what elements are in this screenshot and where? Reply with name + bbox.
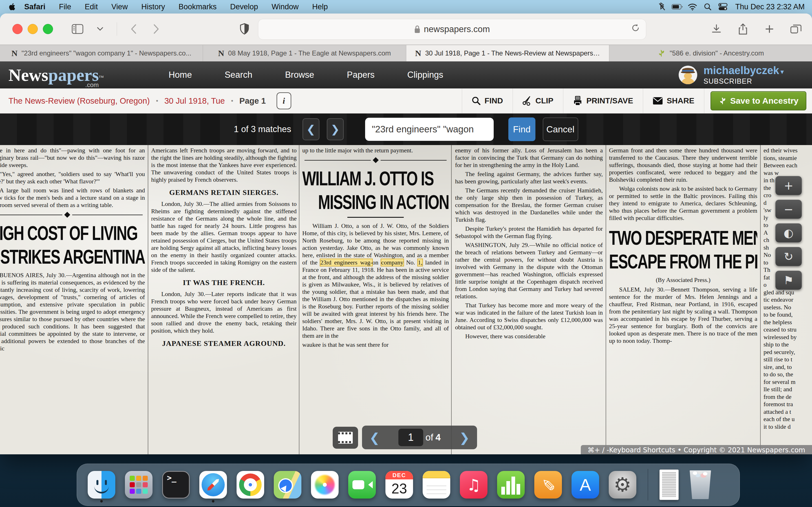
apple-menu-icon[interactable]: [8, 3, 16, 11]
newspaper-viewer[interactable]: come in here and do this"—pawing with on…: [0, 145, 812, 454]
spotlight-icon[interactable]: [702, 2, 713, 11]
dock-finder-icon[interactable]: [88, 471, 115, 499]
search-match-highlight[interactable]: company: [381, 259, 403, 266]
menu-file[interactable]: File: [52, 3, 78, 11]
menu-view[interactable]: View: [105, 3, 135, 11]
info-button[interactable]: i: [276, 93, 291, 109]
newspapers-logo[interactable]: Newspapers™ .com: [8, 66, 104, 83]
sidebar-toggle-icon[interactable]: [70, 21, 85, 37]
dock-item-finder[interactable]: [88, 471, 115, 499]
paper-date-link[interactable]: 30 Jul 1918, Tue: [164, 96, 225, 106]
next-match-button[interactable]: ❯: [327, 118, 344, 140]
find-input[interactable]: [365, 118, 494, 141]
dock-item-doc[interactable]: [659, 469, 679, 500]
menu-window[interactable]: Window: [265, 3, 305, 11]
menu-bookmarks[interactable]: Bookmarks: [172, 3, 223, 11]
previous-match-button[interactable]: ❮: [303, 118, 319, 140]
dock-item-launchpad[interactable]: [125, 471, 153, 499]
next-page-button[interactable]: ❯: [459, 431, 470, 445]
dock-item-appstore[interactable]: [571, 471, 599, 499]
dock-facetime-icon[interactable]: [348, 471, 376, 499]
dock-item-photos[interactable]: [311, 471, 339, 499]
nav-browse[interactable]: Browse: [285, 70, 314, 80]
menu-help[interactable]: Help: [305, 3, 335, 11]
tab-newspapers-search[interactable]: N "23rd engineers" "wagon company 1" - N…: [0, 45, 203, 61]
search-match-highlight[interactable]: 23rd engineers wag-: [320, 259, 372, 266]
dock-settings-icon[interactable]: [609, 471, 637, 499]
chevron-down-icon[interactable]: [93, 21, 108, 37]
menu-develop[interactable]: Develop: [223, 3, 265, 11]
forward-button[interactable]: [149, 21, 164, 37]
dock-trash-icon[interactable]: [688, 470, 712, 499]
dock-item-pages[interactable]: [534, 471, 562, 499]
dock-photos-icon[interactable]: [311, 471, 339, 499]
find-cancel-button[interactable]: Cancel: [543, 117, 578, 141]
page-number-input[interactable]: 1: [398, 429, 423, 446]
dock-item-maps[interactable]: [274, 471, 301, 499]
dock-item-music[interactable]: [460, 471, 488, 499]
zoom-out-button[interactable]: −: [775, 200, 802, 219]
dock-maps-icon[interactable]: [274, 471, 301, 499]
nav-papers[interactable]: Papers: [347, 70, 374, 80]
battery-icon[interactable]: [672, 2, 683, 11]
print-save-button[interactable]: PRINT/SAVE: [563, 89, 643, 113]
previous-page-button[interactable]: ❮: [369, 431, 380, 445]
dock-item-trash[interactable]: [688, 470, 712, 499]
save-to-ancestry-button[interactable]: Save to Ancestry: [711, 91, 806, 110]
nav-search[interactable]: Search: [225, 70, 252, 80]
address-bar[interactable]: newspapers.com: [258, 19, 646, 40]
dock-chrome-icon[interactable]: [237, 471, 264, 499]
dock-item-chrome[interactable]: [237, 471, 264, 499]
share-button[interactable]: SHARE: [643, 89, 704, 113]
paper-title-link[interactable]: The News-Review (Roseburg, Oregon): [8, 96, 150, 106]
back-button[interactable]: [126, 21, 141, 37]
zoom-in-button[interactable]: +: [775, 176, 802, 195]
close-window-button[interactable]: [12, 24, 22, 34]
find-submit-button[interactable]: Find: [508, 117, 536, 141]
dock-item-numbers[interactable]: [497, 471, 525, 499]
dock-numbers-icon[interactable]: [497, 471, 525, 499]
rotate-button[interactable]: ↻: [775, 247, 802, 266]
keyboard-shortcuts-bar[interactable]: ⌘+ / -Keyboard Shortcuts • Copyright © 2…: [581, 445, 812, 454]
nav-home[interactable]: Home: [168, 70, 192, 80]
fullscreen-window-button[interactable]: [43, 24, 53, 34]
flag-button[interactable]: ⚑: [775, 271, 802, 290]
dock-item-notes[interactable]: [423, 471, 450, 499]
clip-button[interactable]: CLIP: [513, 89, 563, 113]
tab-overview-icon[interactable]: [788, 21, 804, 37]
new-tab-icon[interactable]: [762, 21, 777, 37]
dock-item-facetime[interactable]: [348, 471, 376, 499]
menu-edit[interactable]: Edit: [78, 3, 105, 11]
share-icon[interactable]: [735, 21, 751, 37]
find-button[interactable]: FIND: [462, 89, 513, 113]
dock-music-icon[interactable]: [460, 471, 488, 499]
search-match-highlight[interactable]: 1,: [418, 259, 422, 266]
dock-safari-icon[interactable]: [199, 471, 227, 499]
menu-history[interactable]: History: [135, 3, 172, 11]
menu-safari[interactable]: Safari: [17, 3, 52, 11]
dock-terminal-icon[interactable]: [162, 471, 190, 499]
dock-item-safari[interactable]: [199, 471, 227, 499]
control-center-icon[interactable]: [717, 2, 728, 11]
tab-the-eagle[interactable]: N 08 May 1918, Page 1 - The Eagle at New…: [203, 45, 406, 61]
contrast-button[interactable]: ◐: [775, 223, 802, 242]
dock-item-calendar[interactable]: DEC23: [386, 471, 413, 499]
privacy-shield-icon[interactable]: [237, 21, 252, 37]
wifi-icon[interactable]: [687, 2, 698, 11]
refresh-icon[interactable]: [631, 23, 640, 35]
nav-clippings[interactable]: Clippings: [407, 70, 444, 80]
dock-item-settings[interactable]: [609, 471, 637, 499]
dock-calendar-icon[interactable]: DEC23: [386, 471, 413, 499]
thumbnail-view-button[interactable]: [333, 427, 358, 449]
dock-launchpad-icon[interactable]: [125, 471, 153, 499]
dock-pages-icon[interactable]: [534, 471, 562, 499]
downloads-icon[interactable]: [709, 21, 724, 37]
bluetooth-off-icon[interactable]: [656, 2, 668, 11]
minimize-window-button[interactable]: [28, 24, 38, 34]
tab-ancestry[interactable]: "586 e. division" - Ancestry.com: [609, 45, 812, 61]
dock-item-terminal[interactable]: [162, 471, 190, 499]
dock-notes-icon[interactable]: [423, 471, 450, 499]
dock-appstore-icon[interactable]: [571, 471, 599, 499]
dock-doc-icon[interactable]: [659, 469, 679, 500]
menu-clock[interactable]: Thu Dec 23 2:32 AM: [732, 3, 805, 11]
